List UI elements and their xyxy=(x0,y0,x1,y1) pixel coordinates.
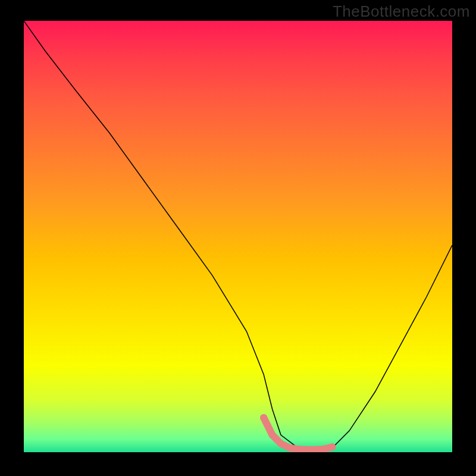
plot-area xyxy=(24,21,452,452)
watermark-text: TheBottleneck.com xyxy=(333,2,470,21)
chart-frame: TheBottleneck.com xyxy=(0,0,476,476)
data-point-markers xyxy=(260,414,336,450)
data-point-cap xyxy=(260,414,267,421)
chart-svg xyxy=(24,21,452,452)
curve-layer xyxy=(24,21,452,450)
bottleneck-curve xyxy=(24,21,452,450)
data-point-cap xyxy=(328,443,336,450)
